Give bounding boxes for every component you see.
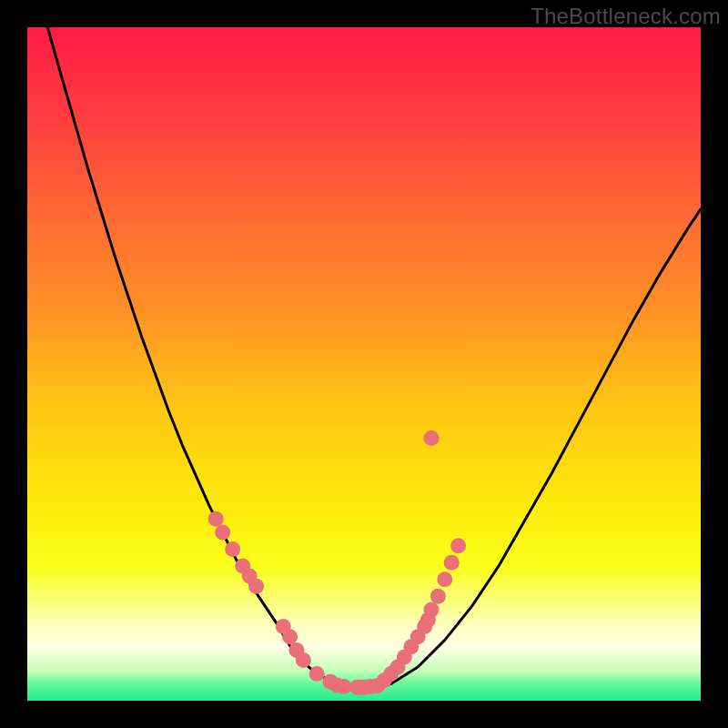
data-point (437, 571, 452, 587)
data-point (309, 666, 325, 682)
data-point (215, 525, 230, 541)
data-point (430, 589, 446, 604)
data-point (248, 579, 264, 594)
data-point (424, 602, 440, 618)
gradient-background (27, 27, 701, 701)
data-point (424, 430, 440, 446)
data-point (282, 629, 298, 644)
plot-area (27, 27, 701, 701)
data-point (296, 652, 311, 668)
watermark-text: TheBottleneck.com (531, 4, 721, 29)
chart-svg (27, 27, 701, 701)
outer-frame: TheBottleneck.com (0, 0, 728, 728)
data-point (444, 555, 460, 571)
data-point (225, 541, 240, 557)
data-point (450, 538, 466, 553)
data-point (208, 511, 224, 527)
data-point (336, 679, 351, 694)
